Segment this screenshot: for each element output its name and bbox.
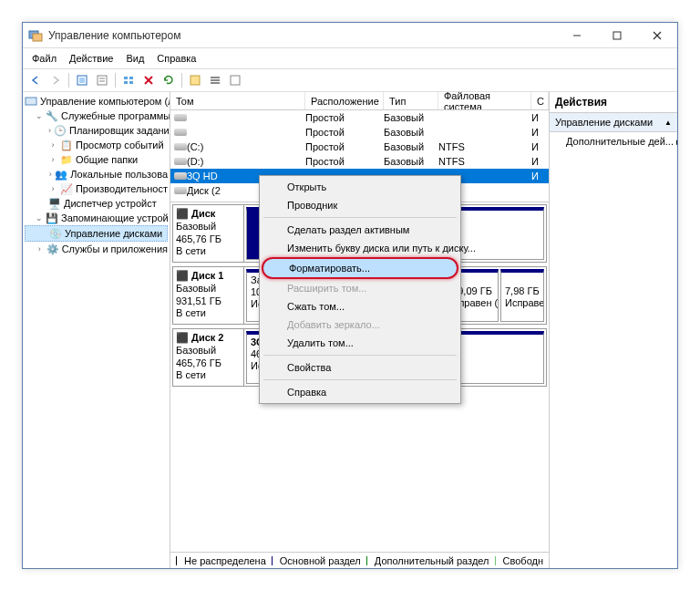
tree-root[interactable]: Управление компьютером (л <box>25 94 168 109</box>
storage-icon: 💾 <box>46 212 58 224</box>
legend-swatch-primary <box>272 556 273 565</box>
back-button[interactable] <box>26 71 45 89</box>
ctx-delete[interactable]: Удалить том... <box>262 334 458 352</box>
forward-button[interactable] <box>46 71 65 89</box>
disk-info: ⬛ ДискБазовый465,76 ГБВ сети <box>173 205 244 262</box>
legend-swatch-extended <box>366 556 367 565</box>
volume-row[interactable]: ПростойБазовыйИ <box>170 110 549 125</box>
refresh-button[interactable] <box>160 71 178 89</box>
up-button[interactable] <box>73 71 91 89</box>
ctx-properties[interactable]: Свойства <box>262 358 458 377</box>
expander-icon[interactable]: › <box>48 155 57 164</box>
nav-tree[interactable]: Управление компьютером (л ⌄🔧Служебные пр… <box>23 92 170 568</box>
ctx-separator <box>263 379 457 380</box>
volume-icon <box>174 172 187 180</box>
legend: Не распределена Основной раздел Дополнит… <box>170 552 549 568</box>
ctx-change-letter[interactable]: Изменить букву диска или путь к диску... <box>262 239 458 257</box>
ctx-open[interactable]: Открыть <box>262 178 458 196</box>
actions-pane: Действия Управление дисками▲ Дополнитель… <box>550 92 677 568</box>
tree-performance[interactable]: ›📈Производительност <box>25 181 168 196</box>
col-type[interactable]: Тип <box>384 92 438 109</box>
computer-icon <box>25 95 37 108</box>
device-icon: 🖥️ <box>48 197 61 210</box>
ctx-help[interactable]: Справка <box>262 383 458 401</box>
ctx-shrink[interactable]: Сжать том... <box>262 297 458 316</box>
tree-shared-folders[interactable]: ›📁Общие папки <box>25 152 168 167</box>
gear-icon: ⚙️ <box>46 243 59 255</box>
volume-icon <box>174 158 187 165</box>
col-volume[interactable]: Том <box>170 92 305 109</box>
help-button[interactable] <box>186 71 204 89</box>
volume-row[interactable]: (D:)ПростойБазовыйNTFSИ <box>170 154 549 169</box>
minimize-button[interactable] <box>557 23 597 48</box>
ctx-separator <box>263 355 457 356</box>
view1-button[interactable] <box>119 71 138 89</box>
hdd-icon: ⬛ <box>176 332 189 343</box>
users-icon: 👥 <box>55 168 67 181</box>
ctx-mirror[interactable]: Добавить зеркало... <box>262 316 458 334</box>
expander-icon[interactable]: ⌄ <box>36 213 43 223</box>
window-title: Управление компьютером <box>48 29 557 42</box>
svg-rect-7 <box>79 78 85 83</box>
svg-rect-3 <box>613 32 621 39</box>
menu-action[interactable]: Действие <box>64 51 118 66</box>
clock-icon: 🕒 <box>54 124 67 137</box>
hdd-icon: ⬛ <box>176 208 189 219</box>
legend-swatch-free <box>495 556 496 565</box>
delete-button[interactable] <box>139 71 158 89</box>
ctx-make-active[interactable]: Сделать раздел активным <box>262 221 458 239</box>
expander-icon[interactable]: › <box>48 170 52 179</box>
tiles-button[interactable] <box>226 71 244 89</box>
svg-rect-20 <box>211 82 220 84</box>
window-controls <box>557 23 677 48</box>
expander-icon[interactable]: › <box>48 126 51 135</box>
wrench-icon: 🔧 <box>46 109 58 122</box>
actions-group[interactable]: Управление дисками▲ <box>550 113 677 132</box>
list-button[interactable] <box>206 71 224 89</box>
disk-info: ⬛ Диск 2Базовый465,76 ГБВ сети <box>173 329 244 386</box>
svg-rect-19 <box>211 79 220 81</box>
disk-icon: 💿 <box>49 227 62 240</box>
ctx-explorer[interactable]: Проводник <box>262 196 458 214</box>
svg-rect-22 <box>26 98 36 105</box>
menu-file[interactable]: Файл <box>26 51 62 66</box>
tree-disk-management[interactable]: 💿Управление дисками <box>25 225 168 242</box>
expander-icon[interactable]: › <box>48 140 57 150</box>
expander-icon[interactable]: › <box>36 244 44 254</box>
actions-more[interactable]: Дополнительные дей... ▸ <box>550 132 677 151</box>
svg-rect-12 <box>129 77 133 79</box>
tree-device-manager[interactable]: 🖥️Диспетчер устройст <box>25 196 168 211</box>
volume-row[interactable]: ПростойБазовыйИ <box>170 125 549 140</box>
tree-local-users[interactable]: ›👥Локальные пользова <box>25 167 168 181</box>
tree-storage[interactable]: ⌄💾Запоминающие устрой <box>25 211 168 225</box>
maximize-button[interactable] <box>597 23 637 48</box>
menu-view[interactable]: Вид <box>120 51 149 66</box>
svg-rect-18 <box>211 77 220 78</box>
event-icon: 📋 <box>60 139 73 151</box>
expander-icon[interactable]: ⌄ <box>36 111 43 120</box>
tree-services[interactable]: ›⚙️Службы и приложения <box>25 242 168 256</box>
tree-task-scheduler[interactable]: ›🕒Планировщик заданий <box>25 123 168 138</box>
hdd-icon: ⬛ <box>176 270 189 281</box>
volume-icon <box>174 143 187 150</box>
col-status[interactable]: С <box>531 92 549 109</box>
partition[interactable]: 7,98 ГБИсправе <box>500 269 544 322</box>
volume-row[interactable]: (C:)ПростойБазовыйNTFSИ <box>170 140 549 154</box>
perf-icon: 📈 <box>60 182 73 195</box>
titlebar: Управление компьютером <box>23 23 677 48</box>
col-fs[interactable]: Файловая система <box>438 92 531 109</box>
menu-help[interactable]: Справка <box>151 51 201 66</box>
volume-icon <box>174 114 187 121</box>
ctx-extend[interactable]: Расширить том... <box>262 279 458 297</box>
col-layout[interactable]: Расположение <box>305 92 384 109</box>
properties-button[interactable] <box>93 71 111 89</box>
ctx-format[interactable]: Форматировать... <box>262 257 458 279</box>
context-menu: Открыть Проводник Сделать раздел активны… <box>259 175 461 404</box>
tree-event-viewer[interactable]: ›📋Просмотр событий <box>25 138 168 152</box>
svg-rect-11 <box>124 77 128 79</box>
svg-rect-1 <box>33 34 42 41</box>
close-button[interactable] <box>637 23 677 48</box>
expander-icon[interactable]: › <box>48 184 57 193</box>
tree-tools[interactable]: ⌄🔧Служебные программы <box>25 109 168 123</box>
disk-info: ⬛ Диск 1Базовый931,51 ГБВ сети <box>173 267 244 324</box>
